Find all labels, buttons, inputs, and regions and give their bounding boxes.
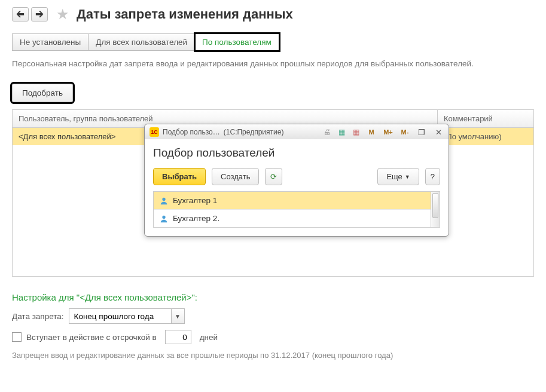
favorite-star-icon[interactable]: ★ (56, 6, 69, 23)
date-mode-combo[interactable]: ▼ (69, 308, 185, 324)
cell-comment: (По умолчанию) (438, 128, 533, 145)
user-icon (160, 197, 168, 205)
printer-icon[interactable]: 🖨 (322, 127, 333, 137)
tab-not-set[interactable]: Не установлены (12, 33, 89, 51)
window-close-icon[interactable]: ✕ (432, 127, 445, 137)
list-item[interactable]: Бухгалтер 1 (154, 192, 431, 209)
app-logo-1c-icon: 1C (150, 127, 159, 137)
delay-label: Вступает в действие с отсрочкой в (26, 333, 157, 342)
dialog-title-right: (1С:Предприятие) (224, 128, 284, 136)
user-icon (160, 215, 168, 223)
delay-checkbox[interactable] (12, 332, 22, 342)
back-button[interactable]: 🡰 (12, 7, 29, 22)
forward-button[interactable]: 🡲 (31, 7, 48, 22)
dialog-title-left: Подбор пользо… (163, 128, 220, 136)
col-header-comment[interactable]: Комментарий (438, 110, 533, 127)
settings-heading: Настройка для "<Для всех пользователей>"… (12, 292, 534, 302)
more-button[interactable]: Еще ▼ (377, 168, 419, 185)
chevron-down-icon: ▼ (405, 174, 410, 180)
description-text: Персональная настройка дат запрета ввода… (12, 59, 534, 68)
choose-button[interactable]: Выбрать (153, 168, 206, 185)
window-restore-icon[interactable]: ❐ (415, 127, 428, 137)
refresh-button[interactable]: ⟳ (265, 168, 282, 185)
m-minus-button[interactable]: M- (398, 127, 411, 137)
m-button[interactable]: M (365, 127, 378, 137)
user-list: Бухгалтер 1 Бухгалтер 2. (154, 192, 431, 227)
delay-unit: дней (200, 333, 218, 342)
calendar-icon[interactable]: ▦ (350, 127, 361, 137)
refresh-icon: ⟳ (270, 172, 277, 181)
m-plus-button[interactable]: M+ (382, 127, 395, 137)
svg-point-1 (162, 215, 165, 218)
tab-by-users[interactable]: По пользователям (195, 33, 279, 51)
page-title: Даты запрета изменения данных (77, 7, 293, 22)
delay-days-input[interactable] (165, 330, 191, 344)
list-item-label: Бухгалтер 2. (173, 214, 219, 223)
date-label: Дата запрета: (12, 312, 64, 321)
create-button[interactable]: Создать (212, 168, 259, 185)
chevron-down-icon[interactable]: ▼ (171, 309, 184, 323)
mode-tabs: Не установлены Для всех пользователей По… (12, 33, 534, 51)
list-item-label: Бухгалтер 1 (173, 196, 217, 205)
dialog-heading: Подбор пользователей (153, 146, 440, 160)
users-grid: Пользователь, группа пользователей Комме… (12, 109, 534, 277)
calc-icon[interactable]: ▦ (336, 127, 347, 137)
footnote: Запрещен ввод и редактирование данных за… (12, 350, 534, 361)
list-item[interactable]: Бухгалтер 2. (154, 209, 431, 227)
scrollbar[interactable] (431, 192, 440, 227)
user-picker-dialog: 1C Подбор пользо… (1С:Предприятие) 🖨 ▦ ▦… (144, 124, 449, 237)
svg-point-0 (162, 197, 165, 200)
pick-button[interactable]: Подобрать (12, 84, 73, 102)
help-button[interactable]: ? (425, 168, 440, 185)
tab-all-users[interactable]: Для всех пользователей (89, 33, 195, 51)
more-button-label: Еще (386, 172, 402, 181)
date-mode-input[interactable] (69, 309, 171, 323)
